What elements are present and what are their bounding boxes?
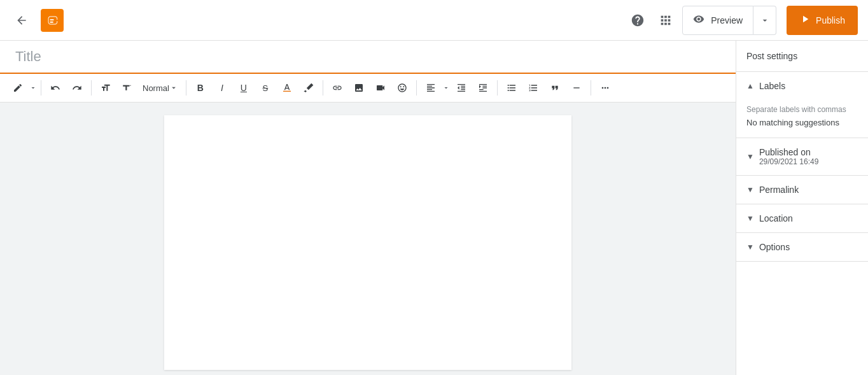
bold-button[interactable]: B xyxy=(190,78,211,98)
editor-area: Normal B I U S xyxy=(0,41,736,375)
published-on-date: 29/09/2021 16:49 xyxy=(759,157,818,166)
preview-button[interactable]: Preview xyxy=(682,6,753,35)
underline-button[interactable]: U xyxy=(234,78,254,98)
location-chevron-icon: ▼ xyxy=(746,214,754,223)
published-chevron-icon: ▼ xyxy=(746,152,754,161)
align-dropdown-icon xyxy=(442,84,450,92)
options-header[interactable]: ▼ Options xyxy=(736,233,868,261)
help-button[interactable] xyxy=(626,9,649,32)
labels-section-header[interactable]: ▲ Labels xyxy=(736,72,868,100)
more-button[interactable] xyxy=(595,78,615,98)
apps-button[interactable] xyxy=(654,9,677,32)
strikethrough-icon: S xyxy=(263,83,269,93)
permalink-header[interactable]: ▼ Permalink xyxy=(736,176,868,204)
divider-1 xyxy=(41,80,41,96)
location-header[interactable]: ▼ Location xyxy=(736,204,868,232)
header-right: Preview Publish xyxy=(626,6,858,35)
pen-dropdown-icon xyxy=(29,84,37,92)
permalink-title: Permalink xyxy=(759,185,858,195)
format-chevron-icon xyxy=(169,83,178,92)
highlight-button[interactable] xyxy=(298,78,319,98)
link-button[interactable] xyxy=(327,78,347,98)
options-section: ▼ Options xyxy=(736,233,868,262)
labels-chevron-icon: ▲ xyxy=(746,81,754,90)
permalink-section: ▼ Permalink xyxy=(736,176,868,204)
svg-rect-0 xyxy=(283,91,291,92)
location-section: ▼ Location xyxy=(736,204,868,233)
divider-5 xyxy=(416,80,417,96)
published-on-section: ▼ Published on 29/09/2021 16:49 xyxy=(736,138,868,176)
eye-icon xyxy=(693,13,704,27)
publish-label: Publish xyxy=(816,15,845,25)
bullet-list-button[interactable] xyxy=(501,78,522,98)
divider-2 xyxy=(91,80,92,96)
publish-play-icon xyxy=(799,13,811,27)
bold-icon: B xyxy=(197,83,204,93)
content-area xyxy=(0,103,736,375)
redo-button[interactable] xyxy=(67,78,87,98)
toolbar: Normal B I U S xyxy=(0,74,736,103)
underline-icon: U xyxy=(241,83,247,93)
labels-content: Separate labels with commas No matching … xyxy=(736,100,868,138)
indent-decrease-button[interactable] xyxy=(451,78,472,98)
italic-icon: I xyxy=(221,83,223,93)
published-on-header[interactable]: ▼ Published on 29/09/2021 16:49 xyxy=(736,138,868,175)
preview-button-group: Preview xyxy=(682,6,776,35)
numbered-list-button[interactable] xyxy=(523,78,543,98)
image-button[interactable] xyxy=(349,78,369,98)
quote-button[interactable] xyxy=(545,78,565,98)
publish-button[interactable]: Publish xyxy=(787,6,858,35)
preview-label: Preview xyxy=(711,15,743,25)
main-layout: Normal B I U S xyxy=(0,41,868,375)
divider-4 xyxy=(323,80,323,96)
labels-no-match: No matching suggestions xyxy=(746,118,858,127)
divider-3 xyxy=(186,80,186,96)
undo-button[interactable] xyxy=(45,78,66,98)
divider-6 xyxy=(497,80,498,96)
blogger-logo xyxy=(41,9,64,32)
labels-section: ▲ Labels Separate labels with commas No … xyxy=(736,72,868,138)
video-button[interactable] xyxy=(370,78,391,98)
strikethrough-button[interactable]: S xyxy=(255,78,276,98)
indent-increase-button[interactable] xyxy=(473,78,493,98)
header-left xyxy=(10,9,64,32)
right-sidebar: Post settings ▲ Labels Separate labels w… xyxy=(736,41,868,375)
divider-7 xyxy=(591,80,591,96)
title-input[interactable] xyxy=(15,48,720,65)
preview-dropdown-button[interactable] xyxy=(753,6,776,35)
align-button[interactable] xyxy=(421,78,441,98)
labels-hint: Separate labels with commas xyxy=(746,105,858,114)
post-settings-title: Post settings xyxy=(736,41,868,72)
italic-button[interactable]: I xyxy=(212,78,232,98)
options-chevron-icon: ▼ xyxy=(746,243,754,251)
location-title: Location xyxy=(759,213,858,223)
format-selector[interactable]: Normal xyxy=(139,81,182,96)
labels-section-title: Labels xyxy=(759,81,858,91)
font-button[interactable] xyxy=(95,78,116,98)
text-size-button[interactable] xyxy=(117,78,137,98)
format-label: Normal xyxy=(143,83,169,93)
title-bar xyxy=(0,41,736,74)
pen-button[interactable] xyxy=(8,78,28,98)
options-title: Options xyxy=(759,242,858,252)
back-button[interactable] xyxy=(10,9,33,32)
font-color-button[interactable] xyxy=(277,78,297,98)
editor-document[interactable] xyxy=(164,115,571,370)
emoji-button[interactable] xyxy=(392,78,412,98)
published-on-title: Published on xyxy=(759,147,818,157)
horizontal-rule-button[interactable] xyxy=(566,78,587,98)
header: Preview Publish xyxy=(0,0,868,41)
permalink-chevron-icon: ▼ xyxy=(746,185,754,194)
